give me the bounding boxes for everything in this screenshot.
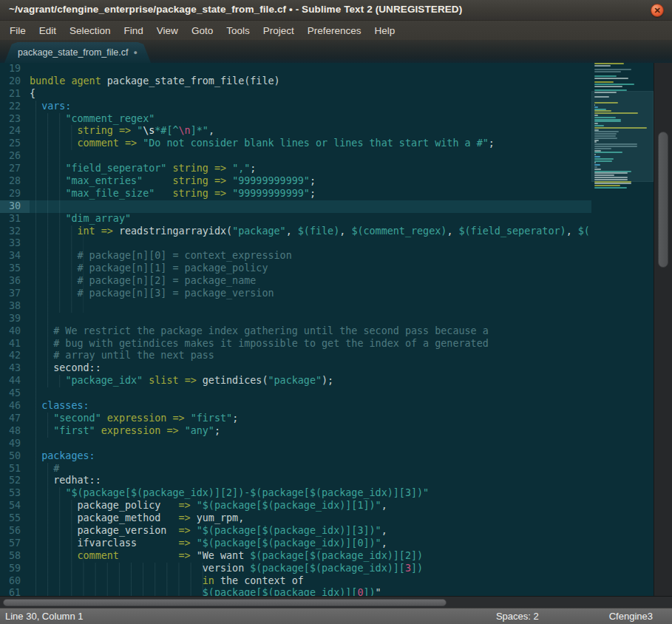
line-number: 60 bbox=[0, 575, 30, 588]
minimap[interactable] bbox=[591, 63, 654, 608]
code-text: "$(package[$(package_idx)][2])-$(package… bbox=[30, 487, 429, 498]
code-line[interactable]: 21{ bbox=[0, 88, 591, 101]
indent-guides bbox=[35, 475, 59, 487]
menu-item-project[interactable]: Project bbox=[257, 23, 301, 38]
code-line[interactable]: 33 bbox=[0, 237, 591, 250]
minimap-viewport[interactable] bbox=[591, 91, 654, 181]
line-number: 51 bbox=[0, 463, 30, 475]
code-line[interactable]: 22 vars: bbox=[0, 101, 591, 113]
line-number: 21 bbox=[0, 88, 30, 101]
line-number: 24 bbox=[0, 125, 30, 138]
code-line[interactable]: 29 "max_file_size" string => "9999999999… bbox=[0, 188, 591, 200]
close-button[interactable]: ✕ bbox=[651, 4, 664, 17]
code-line[interactable]: 58 comment => "We want $(package[$(packa… bbox=[0, 550, 591, 563]
code-line[interactable]: 26 bbox=[0, 150, 591, 163]
code-line[interactable]: 20bundle agent package_state_from_file(f… bbox=[0, 75, 591, 88]
code-line[interactable]: 52 redhat:: bbox=[0, 475, 591, 487]
indent-guides bbox=[35, 338, 59, 350]
menu-item-tools[interactable]: Tools bbox=[220, 23, 257, 38]
code-line[interactable]: 31 "dim_array" bbox=[0, 213, 591, 225]
code-line[interactable]: 28 "max_entries" string => "99999999999"… bbox=[0, 175, 591, 188]
line-number: 56 bbox=[0, 525, 30, 537]
indent-guides bbox=[35, 125, 84, 138]
code-line[interactable]: 51 # bbox=[0, 463, 591, 475]
indent-guides bbox=[35, 450, 47, 463]
menu-item-view[interactable]: View bbox=[150, 23, 185, 38]
syntax-mode-button[interactable]: Cfengine3 bbox=[609, 611, 653, 622]
vertical-scrollbar-thumb[interactable] bbox=[658, 132, 668, 268]
code-line[interactable]: 41 # bug with getindices makes it imposs… bbox=[0, 338, 591, 350]
code-line[interactable]: 57 ifvarclass => "$(package[$(package_id… bbox=[0, 537, 591, 550]
indent-guides bbox=[35, 188, 71, 200]
code-line[interactable]: 50 packages: bbox=[0, 450, 591, 463]
menu-item-edit[interactable]: Edit bbox=[33, 23, 63, 38]
code-line[interactable]: 53 "$(package[$(package_idx)][2])-$(pack… bbox=[0, 487, 591, 500]
code-line[interactable]: 30 bbox=[0, 200, 591, 213]
menu-item-file[interactable]: File bbox=[3, 23, 33, 38]
code-line[interactable]: 48 "first" expression => "any"; bbox=[0, 425, 591, 438]
code-line[interactable]: 49 bbox=[0, 438, 591, 450]
code-line[interactable]: 35 # package[n][1] = package_policy bbox=[0, 262, 591, 275]
menu-item-preferences[interactable]: Preferences bbox=[301, 23, 368, 38]
line-number: 43 bbox=[0, 362, 30, 375]
indent-guides bbox=[35, 500, 84, 512]
code-line[interactable]: 27 "field_seperator" string => ","; bbox=[0, 163, 591, 175]
code-line[interactable]: 37 # package[n][3] = package_version bbox=[0, 288, 591, 300]
minimap-line bbox=[594, 187, 627, 189]
horizontal-scrollbar-thumb[interactable] bbox=[3, 599, 447, 606]
indent-guides bbox=[35, 138, 84, 150]
menu-item-help[interactable]: Help bbox=[368, 23, 402, 38]
indent-guides bbox=[35, 325, 59, 338]
indent-guides bbox=[35, 375, 71, 387]
code-line[interactable]: 34 # package[n][0] = context_expression bbox=[0, 250, 591, 262]
code-line[interactable]: 42 # array until the next pass bbox=[0, 350, 591, 362]
title-bar: ~/vagrant/cfengine_enterprise/package_st… bbox=[0, 0, 672, 21]
line-number: 26 bbox=[0, 150, 30, 163]
indent-guides bbox=[35, 525, 84, 537]
indent-guides bbox=[35, 575, 208, 588]
minimap-line bbox=[594, 81, 614, 83]
code-line[interactable]: 46 classes: bbox=[0, 400, 591, 413]
cursor-position-label: Line 30, Column 1 bbox=[0, 611, 496, 622]
code-line[interactable]: 59 version $(package[$(package_idx)][3]) bbox=[0, 563, 591, 575]
indent-guides bbox=[35, 463, 59, 475]
code-text: package_version => "$(package[$(package_… bbox=[30, 525, 387, 536]
status-bar: Line 30, Column 1 Spaces: 2 Cfengine3 bbox=[0, 608, 672, 624]
code-line[interactable]: 43 second:: bbox=[0, 362, 591, 375]
tab-package-state-from-file[interactable]: package_state_from_file.cf ● bbox=[4, 42, 151, 63]
indent-guides bbox=[35, 150, 71, 163]
line-number: 29 bbox=[0, 188, 30, 200]
code-line[interactable]: 32 int => readstringarrayidx("package", … bbox=[0, 225, 591, 238]
line-number: 23 bbox=[0, 113, 30, 126]
indent-guides bbox=[35, 438, 47, 450]
code-line[interactable]: 23 "comment_regex" bbox=[0, 113, 591, 126]
line-number: 34 bbox=[0, 250, 30, 262]
code-line[interactable]: 36 # package[n][2] = package_name bbox=[0, 275, 591, 288]
line-number: 55 bbox=[0, 512, 30, 525]
code-line[interactable]: 54 package_policy => "$(package[$(packag… bbox=[0, 500, 591, 512]
code-line[interactable]: 60 in the context of bbox=[0, 575, 591, 588]
horizontal-scrollbar-track[interactable] bbox=[0, 596, 672, 608]
code-line[interactable]: 45 bbox=[0, 387, 591, 400]
code-line[interactable]: 56 package_version => "$(package[$(packa… bbox=[0, 525, 591, 537]
line-number: 36 bbox=[0, 275, 30, 288]
code-line[interactable]: 40 # We restrict the package index gathe… bbox=[0, 325, 591, 338]
line-number: 28 bbox=[0, 175, 30, 188]
code-text: int => readstringarrayidx("package", $(f… bbox=[30, 225, 590, 237]
line-number: 40 bbox=[0, 325, 30, 338]
menu-item-find[interactable]: Find bbox=[118, 23, 150, 38]
menu-item-goto[interactable]: Goto bbox=[185, 23, 220, 38]
code-line[interactable]: 44 "package_idx" slist => getindices("pa… bbox=[0, 375, 591, 387]
code-line[interactable]: 38 bbox=[0, 300, 591, 313]
code-line[interactable]: 19 bbox=[0, 63, 591, 75]
vertical-scrollbar-track[interactable] bbox=[654, 63, 672, 608]
code-line[interactable]: 55 package_method => yum_rpm, bbox=[0, 512, 591, 525]
code-text: "max_file_size" string => "99999999999"; bbox=[30, 188, 316, 199]
code-line[interactable]: 47 "second" expression => "first"; bbox=[0, 413, 591, 425]
code-pane[interactable]: 1920bundle agent package_state_from_file… bbox=[0, 63, 591, 608]
code-line[interactable]: 25 comment => "Do not consider blank lin… bbox=[0, 138, 591, 150]
menu-item-selection[interactable]: Selection bbox=[63, 23, 118, 38]
indent-settings-button[interactable]: Spaces: 2 bbox=[496, 611, 539, 622]
code-line[interactable]: 24 string => "\s*#[^\n]*", bbox=[0, 125, 591, 138]
code-line[interactable]: 39 bbox=[0, 313, 591, 325]
